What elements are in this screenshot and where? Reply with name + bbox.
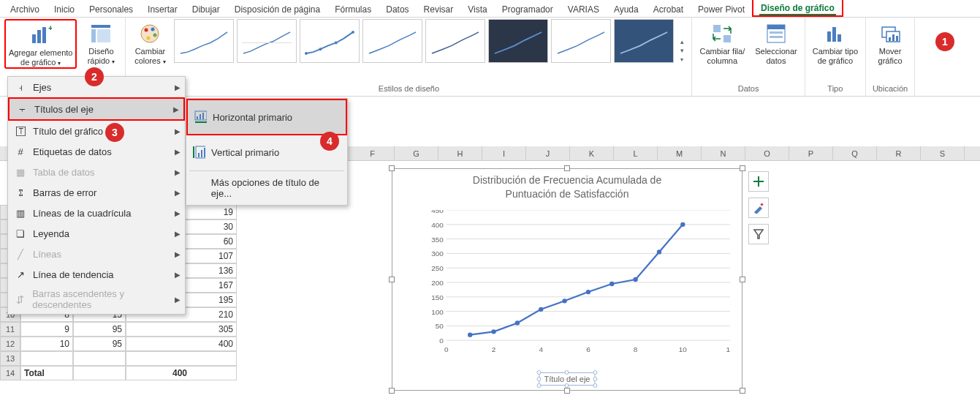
tab-revisar[interactable]: Revisar bbox=[417, 1, 461, 17]
tab-varias[interactable]: VARIAS bbox=[561, 1, 607, 17]
col-L[interactable]: L bbox=[614, 146, 658, 160]
svg-rect-4 bbox=[91, 25, 110, 28]
chart-styles-button[interactable] bbox=[748, 198, 769, 218]
add-chart-element-menu: ⫞Ejes▶ ⫟Títulos del eje▶ 🅃Título del grá… bbox=[7, 76, 186, 315]
tab-inicio[interactable]: Inicio bbox=[47, 1, 82, 17]
chart-styles-gallery: ▴▾▾ bbox=[174, 19, 687, 63]
total-label: Total bbox=[20, 366, 73, 380]
gridlines-icon: ▥ bbox=[14, 206, 27, 219]
svg-point-69 bbox=[491, 329, 495, 334]
select-data-label: Seleccionardatos bbox=[755, 47, 797, 65]
chart-style-7[interactable] bbox=[551, 19, 611, 63]
col-O[interactable]: O bbox=[745, 146, 789, 160]
svg-point-13 bbox=[305, 52, 308, 55]
col-M[interactable]: M bbox=[658, 146, 702, 160]
svg-rect-33 bbox=[200, 114, 201, 119]
col-G[interactable]: G bbox=[395, 146, 438, 160]
chart-title[interactable]: Distribución de Frecuencia Acumulada deP… bbox=[392, 169, 742, 201]
trendline-icon: ↗ bbox=[14, 268, 27, 281]
col-S[interactable]: S bbox=[921, 146, 965, 160]
svg-rect-37 bbox=[198, 153, 200, 157]
col-F[interactable]: F bbox=[351, 146, 395, 160]
switch-row-col-button[interactable]: Cambiar fila/columna bbox=[696, 19, 748, 67]
svg-point-76 bbox=[657, 249, 661, 254]
chart-styles-more[interactable]: ▴▾▾ bbox=[677, 19, 687, 63]
move-chart-icon bbox=[878, 22, 902, 45]
tab-personales[interactable]: Personales bbox=[82, 1, 140, 17]
svg-rect-39 bbox=[204, 148, 205, 157]
updown-icon: ⇵ bbox=[14, 293, 26, 306]
col-H[interactable]: H bbox=[438, 146, 482, 160]
tab-diseno-grafico[interactable]: Diseño de gráfico bbox=[752, 0, 843, 17]
svg-rect-21 bbox=[770, 31, 783, 34]
tab-formulas[interactable]: Fórmulas bbox=[327, 1, 379, 17]
menu-trendline[interactable]: ↗Línea de tendencia▶ bbox=[8, 264, 185, 285]
tab-datos[interactable]: Datos bbox=[379, 1, 416, 17]
menu-gridlines[interactable]: ▥Líneas de la cuadrícula▶ bbox=[8, 203, 185, 223]
svg-rect-29 bbox=[892, 34, 894, 41]
svg-text:0: 0 bbox=[444, 345, 449, 353]
embedded-chart[interactable]: Distribución de Frecuencia Acumulada deP… bbox=[392, 168, 742, 391]
col-I[interactable]: I bbox=[482, 146, 526, 160]
quick-layout-label: Diseñorápido ▾ bbox=[88, 47, 115, 65]
svg-text:4: 4 bbox=[539, 345, 543, 353]
menu-more-axis-title-options[interactable]: Más opciones de título de eje... bbox=[186, 173, 347, 203]
select-data-button[interactable]: Seleccionardatos bbox=[752, 19, 799, 67]
horizontal-axis-icon bbox=[194, 110, 207, 124]
bar-chart-plus-icon: + bbox=[29, 23, 53, 47]
chart-style-6[interactable] bbox=[488, 19, 548, 63]
svg-text:250: 250 bbox=[431, 264, 444, 272]
vertical-axis-icon bbox=[192, 146, 205, 159]
menu-lines: ╱Líneas▶ bbox=[8, 244, 185, 264]
tab-powerpivot[interactable]: Power Pivot bbox=[691, 1, 752, 17]
col-R[interactable]: R bbox=[877, 146, 921, 160]
tab-programador[interactable]: Programador bbox=[495, 1, 561, 17]
chart-style-5[interactable] bbox=[425, 19, 485, 63]
svg-point-14 bbox=[319, 48, 322, 50]
tab-acrobat[interactable]: Acrobat bbox=[646, 1, 691, 17]
tab-vista[interactable]: Vista bbox=[460, 1, 494, 17]
chart-elements-button[interactable] bbox=[748, 171, 769, 192]
svg-text:450: 450 bbox=[431, 210, 444, 214]
menu-data-labels[interactable]: #Etiquetas de datos▶ bbox=[8, 141, 185, 162]
chart-plot-area[interactable]: 450 400 350 300 250 200 150 100 50 0 0 2… bbox=[425, 210, 730, 355]
change-colors-button[interactable]: Cambiarcolores ▾ bbox=[130, 19, 170, 67]
move-chart-label: Movergráfico bbox=[878, 47, 903, 65]
tab-dibujar[interactable]: Dibujar bbox=[185, 1, 227, 17]
menu-axis-titles[interactable]: ⫟Títulos del eje▶ bbox=[8, 97, 185, 121]
chart-style-8[interactable] bbox=[614, 19, 674, 63]
chart-style-2[interactable] bbox=[237, 19, 297, 63]
menu-primary-horizontal[interactable]: Horizontal primario bbox=[186, 99, 347, 135]
svg-rect-18 bbox=[723, 35, 731, 42]
chart-filters-button[interactable] bbox=[748, 224, 769, 244]
data-table-icon: ▦ bbox=[14, 165, 27, 179]
col-N[interactable]: N bbox=[702, 146, 745, 160]
error-bars-icon: Ɪ bbox=[14, 186, 27, 199]
chart-style-4[interactable] bbox=[362, 19, 422, 63]
group-location-label: Ubicación bbox=[870, 83, 910, 94]
svg-rect-30 bbox=[896, 36, 898, 41]
col-P[interactable]: P bbox=[789, 146, 833, 160]
tab-disposicion[interactable]: Disposición de página bbox=[227, 1, 327, 17]
quick-layout-button[interactable]: Diseñorápido ▾ bbox=[81, 19, 121, 67]
tab-ayuda[interactable]: Ayuda bbox=[607, 1, 646, 17]
col-Q[interactable]: Q bbox=[833, 146, 877, 160]
tab-archivo[interactable]: Archivo bbox=[3, 1, 47, 17]
col-J[interactable]: J bbox=[526, 146, 570, 160]
menu-legend[interactable]: ❏Leyenda▶ bbox=[8, 223, 185, 244]
svg-point-70 bbox=[515, 320, 520, 325]
change-chart-type-button[interactable]: Cambiar tipode gráfico bbox=[810, 19, 861, 67]
menu-error-bars[interactable]: ꞮBarras de error▶ bbox=[8, 182, 185, 203]
svg-point-68 bbox=[468, 333, 472, 337]
x-axis-title-placeholder[interactable]: Título del eje bbox=[539, 372, 596, 386]
add-chart-element-button[interactable]: + Agregar elementode gráfico ▾ bbox=[4, 19, 77, 69]
group-data-label: Datos bbox=[696, 83, 799, 94]
chart-side-tools bbox=[748, 171, 769, 244]
chart-style-3[interactable] bbox=[300, 19, 360, 63]
menu-chart-title[interactable]: 🅃Título del gráfico▶ bbox=[8, 121, 185, 141]
chart-style-1[interactable] bbox=[174, 19, 234, 63]
svg-point-16 bbox=[352, 31, 355, 34]
col-K[interactable]: K bbox=[570, 146, 614, 160]
tab-insertar[interactable]: Insertar bbox=[140, 1, 185, 17]
move-chart-button[interactable]: Movergráfico bbox=[870, 19, 910, 67]
